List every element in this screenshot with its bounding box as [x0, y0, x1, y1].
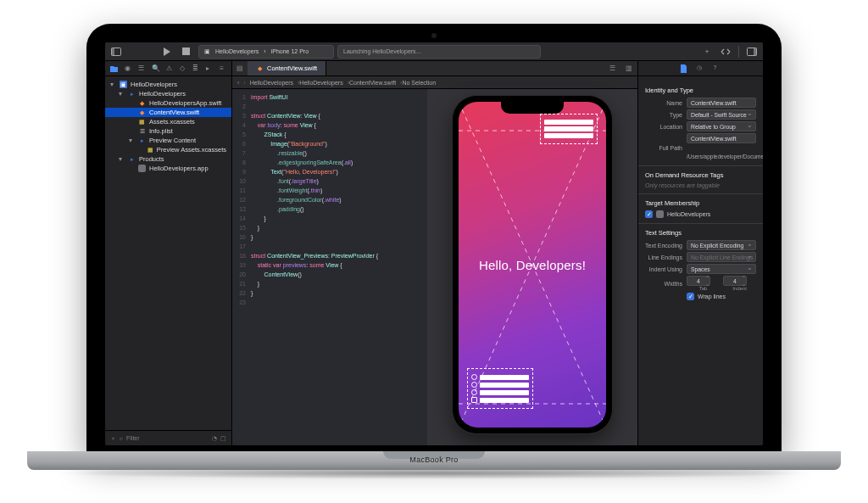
fullpath-label: Full Path: [645, 145, 682, 151]
filter-placeholder[interactable]: Filter: [126, 435, 209, 441]
project-tree[interactable]: ▾▣HelloDevelopers▾▸HelloDevelopers◆Hello…: [105, 76, 231, 430]
source-text[interactable]: import SwiftUI struct ContentView: View …: [249, 89, 427, 445]
add-editor-button[interactable]: ▥: [620, 63, 637, 75]
add-target-button[interactable]: ＋: [110, 434, 116, 443]
lineendings-select[interactable]: No Explicit Line Endings: [687, 252, 756, 262]
type-select[interactable]: Default - Swift Source: [687, 109, 756, 120]
indent-select[interactable]: Spaces: [687, 264, 756, 274]
debug-navigator-tab[interactable]: ≣: [192, 64, 199, 72]
target-name: HelloDevelopers: [667, 211, 710, 217]
tree-item-label: HelloDevelopers.app: [149, 165, 209, 172]
filter-icon: ⌕: [120, 435, 123, 441]
annotation-block-top: [540, 114, 598, 144]
issue-navigator-tab[interactable]: ⚠: [166, 64, 173, 72]
svg-rect-4: [754, 48, 757, 55]
disclosure-triangle-icon[interactable]: ▾: [119, 155, 125, 163]
symbol-navigator-tab[interactable]: ☰: [138, 64, 145, 72]
folder-icon: ▸: [138, 137, 146, 144]
forward-button[interactable]: ›: [243, 80, 245, 86]
find-navigator-tab[interactable]: 🔍: [152, 64, 159, 72]
test-navigator-tab[interactable]: ◇: [180, 64, 186, 72]
device-notch: [501, 102, 564, 114]
editor-options-button[interactable]: ☰: [604, 63, 620, 75]
history-inspector-tab[interactable]: ◷: [697, 64, 705, 73]
tree-row[interactable]: ☰Info.plist: [105, 126, 231, 136]
recent-filter-button[interactable]: ◔: [212, 435, 217, 442]
annotation-block-bottom: [467, 368, 533, 409]
source-control-tab[interactable]: ◉: [125, 64, 131, 72]
tree-item-label: HelloDevelopers: [131, 81, 177, 88]
lineendings-label: Line Endings: [645, 254, 682, 260]
back-button[interactable]: ‹: [237, 80, 239, 86]
disclosure-triangle-icon[interactable]: ▾: [129, 137, 135, 144]
toggle-right-panel-button[interactable]: [746, 46, 758, 58]
scheme-project: HelloDevelopers: [215, 48, 259, 54]
preview-device-frame: Hello, Developers!: [453, 96, 612, 433]
encoding-select[interactable]: No Explicit Encoding: [687, 240, 756, 250]
indent-width-stepper[interactable]: 4: [723, 276, 747, 286]
swift-icon: ◆: [256, 64, 264, 72]
tree-row[interactable]: ▦Assets.xcassets: [105, 117, 231, 126]
editor-tab-contentview[interactable]: ◆ ContentView.swift: [248, 61, 326, 75]
line-gutter: 1234567891011121314151617181920212223: [232, 89, 249, 445]
breakpoint-navigator-tab[interactable]: ▸: [206, 64, 213, 72]
location-select[interactable]: Relative to Group: [687, 121, 756, 131]
location-file: ContentView.swift: [687, 133, 756, 143]
tree-item-label: Preview Assets.xcassets: [157, 146, 226, 154]
jump-bar[interactable]: ‹ › HelloDevelopersHelloDevelopersConten…: [232, 76, 637, 89]
tree-row[interactable]: ◆ContentView.swift: [105, 108, 231, 117]
name-field[interactable]: ContentView.swift: [687, 98, 756, 108]
scm-filter-button[interactable]: ▢: [220, 435, 226, 442]
tree-row[interactable]: ▦Preview Assets.xcassets: [105, 145, 231, 154]
scheme-selector[interactable]: ▣ HelloDevelopers › iPhone 12 Pro: [198, 45, 334, 59]
encoding-label: Text Encoding: [645, 243, 682, 249]
toggle-left-panel-button[interactable]: [110, 46, 122, 58]
library-button[interactable]: [720, 46, 732, 58]
stop-button[interactable]: [180, 46, 192, 58]
jumpbar-segment[interactable]: HelloDevelopers: [250, 80, 300, 86]
project-navigator-tab[interactable]: [110, 64, 118, 72]
related-items-button[interactable]: ▤: [232, 63, 248, 75]
tree-row[interactable]: ◆HelloDevelopersApp.swift: [105, 98, 231, 108]
tree-item-label: Preview Content: [149, 137, 196, 144]
swiftui-canvas[interactable]: Hello, Developers!: [427, 89, 637, 445]
add-button[interactable]: ＋: [701, 46, 713, 58]
jumpbar-segment[interactable]: HelloDevelopers: [299, 80, 349, 86]
app-icon: ▣: [204, 48, 210, 55]
report-navigator-tab[interactable]: ≡: [220, 64, 226, 72]
disclosure-triangle-icon[interactable]: ▾: [119, 90, 125, 98]
jumpbar-segment[interactable]: ContentView.swift: [349, 80, 402, 86]
camera-dot: [431, 33, 437, 38]
laptop-model-label: MacBook Pro: [409, 455, 458, 464]
target-checkbox[interactable]: ✓: [645, 210, 653, 218]
tree-item-label: Products: [139, 155, 164, 163]
run-button[interactable]: [161, 46, 173, 58]
tab-col-label: Tab: [687, 286, 720, 291]
tab-width-stepper[interactable]: 4: [687, 276, 710, 286]
app-icon: [656, 210, 664, 218]
name-label: Name: [645, 100, 682, 106]
tree-row[interactable]: ▾▸Preview Content: [105, 136, 231, 145]
tree-row[interactable]: ▾▸HelloDevelopers: [105, 89, 231, 98]
tree-row[interactable]: HelloDevelopers.app: [105, 164, 231, 173]
location-label: Location: [645, 124, 682, 130]
file-inspector-tab[interactable]: [680, 64, 688, 73]
tree-item-label: HelloDevelopers: [139, 90, 186, 98]
type-label: Type: [645, 112, 682, 118]
code-editor[interactable]: 1234567891011121314151617181920212223 im…: [232, 89, 427, 445]
help-inspector-tab[interactable]: ?: [714, 64, 722, 73]
assets-icon: ▦: [138, 118, 146, 126]
tree-row[interactable]: ▾▣HelloDevelopers: [105, 80, 231, 89]
tree-row[interactable]: ▾▸Products: [105, 154, 231, 164]
assets-icon: ▦: [147, 146, 153, 154]
navigator-filter-bar: ＋ ⌕ Filter ◔ ▢: [105, 430, 231, 445]
jumpbar-segment[interactable]: No Selection: [402, 80, 438, 86]
tab-bar: ▤ ◆ ContentView.swift ☰ ▥: [232, 61, 637, 76]
tab-label: ContentView.swift: [267, 64, 317, 72]
disclosure-triangle-icon[interactable]: ▾: [110, 81, 116, 88]
wrap-checkbox[interactable]: ✓: [687, 293, 694, 300]
indent-col-label: Indent: [723, 286, 756, 291]
tree-item-label: Assets.xcassets: [149, 118, 195, 126]
fullpath-value: /Users/appledeveloper/Documents/HelloDev…: [645, 153, 756, 160]
inspector-panel: ◷ ? Identity and Type NameContentView.sw…: [637, 61, 763, 445]
